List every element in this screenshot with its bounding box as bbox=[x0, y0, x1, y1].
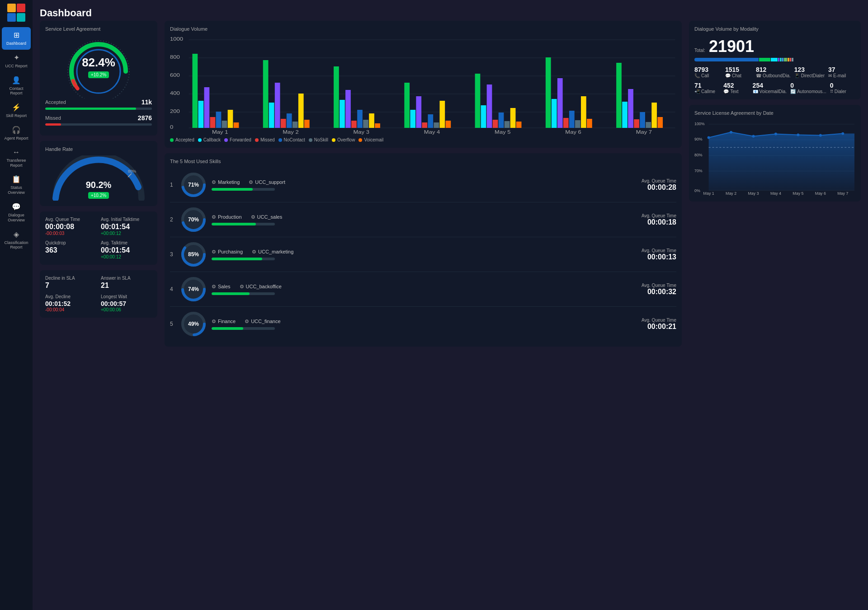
svg-rect-70 bbox=[557, 78, 563, 128]
missed-stat-row: Missed 2876 bbox=[45, 114, 152, 122]
quickdrop-label: Quickdrop bbox=[45, 240, 96, 245]
sidebar-item-label: Status Overview bbox=[4, 185, 29, 195]
contact-report-icon: 👤 bbox=[12, 76, 21, 84]
skill-donut: 85% bbox=[180, 241, 207, 268]
handle-center-text: 90.2% +10.2% bbox=[45, 180, 152, 199]
sidebar-item-skill-report[interactable]: ⚡ Skill Report bbox=[2, 99, 31, 122]
modality-row1: 8793 📞Call1515 💬Chat812 ☎OutboundDia.123… bbox=[694, 66, 855, 78]
skill-names: ⚙Production ⚙UCC_sales bbox=[212, 214, 637, 220]
answer-sla-label: Answer in SLA bbox=[101, 276, 152, 281]
queue-label: Avg. Queue Time bbox=[642, 178, 676, 183]
svg-rect-64 bbox=[499, 113, 504, 128]
modality-card: Dialogue Volume by Modality Total: 21901… bbox=[689, 21, 861, 99]
skill-queue: Avg. Queue Time 00:00:18 bbox=[642, 213, 676, 226]
svg-rect-53 bbox=[410, 110, 415, 128]
skill-bar bbox=[212, 292, 275, 295]
sidebar-item-status-overview[interactable]: 📋 Status Overview bbox=[2, 171, 31, 199]
modality-value: 812 bbox=[756, 66, 791, 73]
legend-dot bbox=[309, 138, 312, 142]
avg-queue-time: Avg. Queue Time 00:00:08 -00:00:03 bbox=[45, 217, 96, 236]
svg-rect-74 bbox=[581, 96, 586, 128]
skill-name1: ⚙Purchasing bbox=[212, 249, 243, 255]
skill-report-icon: ⚡ bbox=[12, 103, 21, 112]
decline-sla-label: Decline in SLA bbox=[45, 276, 96, 281]
svg-rect-61 bbox=[481, 105, 486, 128]
decline-answer-grid: Decline in SLA 7 Answer in SLA 21 Avg. D… bbox=[45, 276, 152, 312]
sidebar: ⊞ Dashboard✦ UCC Report👤 Contact Report⚡… bbox=[0, 0, 33, 610]
metrics-card: Avg. Queue Time 00:00:08 -00:00:03 Avg. … bbox=[40, 211, 157, 265]
svg-text:May 6: May 6 bbox=[815, 191, 826, 196]
skill-name1: ⚙Production bbox=[212, 214, 242, 220]
skill-info: ⚙Purchasing ⚙UCC_marketing bbox=[212, 249, 637, 260]
skill-donut: 49% bbox=[180, 310, 207, 338]
sidebar-item-agent-report[interactable]: 🎧 Agent Report bbox=[2, 122, 31, 145]
svg-rect-36 bbox=[263, 60, 269, 128]
legend-dot bbox=[359, 138, 362, 142]
modality-segment-9 bbox=[792, 58, 793, 61]
svg-text:400: 400 bbox=[170, 91, 180, 96]
svg-rect-83 bbox=[657, 117, 663, 128]
modality-segment-4 bbox=[780, 58, 782, 61]
handle-badge: +10.2% bbox=[88, 192, 109, 199]
legend-item-accepted: Accepted bbox=[170, 137, 194, 142]
sla-date-chart: 100% 90% 80% 70% 0% bbox=[694, 119, 855, 196]
sidebar-item-ucc-report[interactable]: ✦ UCC Report bbox=[2, 50, 31, 72]
avg-talk-label: Avg. Talktime bbox=[101, 240, 152, 245]
modality-total-label: Total: bbox=[694, 48, 705, 53]
missed-value: 2876 bbox=[138, 114, 152, 122]
svg-rect-42 bbox=[298, 94, 304, 128]
queue-value: 00:00:32 bbox=[642, 288, 676, 296]
svg-text:200: 200 bbox=[170, 109, 180, 114]
svg-point-116 bbox=[819, 134, 822, 137]
sidebar-item-dialogue-overview[interactable]: 💬 Dialogue Overview bbox=[2, 199, 31, 226]
skill-queue: Avg. Queue Time 00:00:32 bbox=[642, 283, 676, 296]
avg-initial-delta: +00:00:12 bbox=[101, 231, 152, 236]
dashboard-icon: ⊞ bbox=[14, 31, 19, 39]
skill-queue: Avg. Queue Time 00:00:28 bbox=[642, 178, 676, 192]
legend-dot bbox=[278, 138, 282, 142]
skill-names: ⚙Marketing ⚙UCC_support bbox=[212, 179, 637, 185]
sidebar-item-classification-report[interactable]: ◈ Classification Report bbox=[2, 226, 31, 254]
skill-bar-fill bbox=[212, 188, 253, 191]
skill-rank: 5 bbox=[170, 321, 175, 327]
svg-text:May 2: May 2 bbox=[283, 130, 298, 135]
legend-item-callback: Callback bbox=[198, 137, 221, 142]
svg-rect-50 bbox=[369, 113, 374, 128]
sidebar-item-transferee-report[interactable]: ↔ Transferee Report bbox=[2, 145, 31, 172]
sidebar-item-contact-report[interactable]: 👤 Contact Report bbox=[2, 72, 31, 100]
sidebar-item-label: Skill Report bbox=[6, 113, 27, 118]
modality-item-dialer: 0 ⠿Dialer bbox=[830, 82, 855, 94]
svg-rect-81 bbox=[646, 122, 651, 128]
modality-section-title: Dialogue Volume by Modality bbox=[694, 26, 855, 32]
metrics-grid: Avg. Queue Time 00:00:08 -00:00:03 Avg. … bbox=[45, 217, 152, 259]
svg-text:May 7: May 7 bbox=[837, 191, 848, 196]
skill-info: ⚙Marketing ⚙UCC_support bbox=[212, 179, 637, 191]
svg-rect-49 bbox=[363, 120, 368, 128]
svg-text:May 2: May 2 bbox=[726, 191, 736, 196]
modality-item-callme: 71 📲Callme bbox=[694, 82, 720, 94]
svg-rect-56 bbox=[428, 114, 433, 128]
svg-rect-31 bbox=[210, 117, 216, 128]
svg-text:May 1: May 1 bbox=[703, 191, 714, 196]
skill-row-1: 1 71% ⚙Marketing ⚙UCC_support Avg. Queue… bbox=[170, 168, 676, 202]
skill-donut: 74% bbox=[180, 276, 207, 303]
sla-section-title: Service Level Agreement bbox=[45, 26, 152, 32]
skill-name1: ⚙Sales bbox=[212, 284, 231, 290]
svg-marker-110 bbox=[709, 132, 854, 191]
modality-row2: 71 📲Callme452 💬Text254 📧VoicemailDia.0 🔄… bbox=[694, 82, 855, 94]
sla-gauge-container: 82.4% +10.2% bbox=[45, 35, 152, 99]
app-logo bbox=[7, 4, 25, 22]
svg-rect-55 bbox=[422, 122, 427, 128]
svg-text:90%: 90% bbox=[694, 137, 703, 141]
legend-item-missed: Missed bbox=[255, 137, 275, 142]
svg-rect-48 bbox=[357, 110, 363, 128]
skill-bar bbox=[212, 223, 275, 225]
svg-rect-79 bbox=[634, 119, 639, 128]
skill-bar bbox=[212, 327, 275, 330]
svg-text:800: 800 bbox=[170, 55, 180, 60]
skill-pct: 71% bbox=[188, 182, 199, 188]
sidebar-item-dashboard[interactable]: ⊞ Dashboard bbox=[2, 27, 31, 50]
skill-pct: 85% bbox=[188, 251, 199, 258]
transferee-report-icon: ↔ bbox=[13, 148, 20, 156]
svg-text:70%: 70% bbox=[694, 169, 703, 173]
